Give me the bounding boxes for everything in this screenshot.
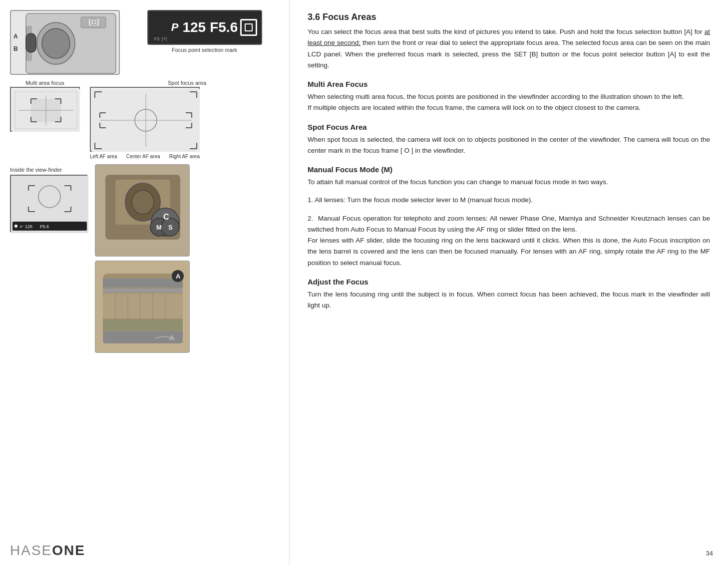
focus-point-label: Focus point selection mark	[172, 47, 237, 53]
spot-area-viewfinder	[90, 87, 200, 152]
svg-text:A: A	[13, 33, 18, 40]
svg-rect-57	[12, 222, 87, 231]
cms-photo-svg: C M S	[95, 165, 190, 257]
center-af-label: Center AF area	[126, 154, 160, 159]
multi-area-label: Multi area focus	[10, 80, 80, 86]
lcd-p-label: P	[171, 21, 179, 34]
lcd-focus-bracket-icon	[240, 19, 257, 36]
inside-vf-svg: P 125 F5.6	[11, 176, 88, 233]
multi-area-viewfinder	[10, 87, 80, 132]
brand-one: ONE	[52, 543, 85, 558]
left-af-label: Left AF area	[90, 154, 117, 159]
manual-item2: 2. Manual Focus operation for telephoto …	[308, 213, 710, 269]
right-af-label: Right AF area	[169, 154, 200, 159]
top-row: A B P 125 F5.6	[10, 10, 279, 75]
svg-text:M: M	[156, 224, 162, 231]
lcd-bracket-small-icon: [+]	[162, 36, 167, 41]
lcd-aperture-value: F5.6	[210, 19, 238, 35]
spot-vf-svg	[91, 88, 201, 153]
svg-text:F5.6: F5.6	[40, 224, 49, 229]
diagrams-row: Left AF area Center AF area Right AF are…	[10, 87, 279, 159]
multi-area-text: When selecting multi area focus, the foc…	[308, 91, 710, 114]
af-labels-row: Left AF area Center AF area Right AF are…	[90, 154, 200, 159]
main-heading: 3.6 Focus Areas	[308, 12, 710, 22]
svg-text:C: C	[163, 213, 169, 221]
right-panel: 3.6 Focus Areas You can select the focus…	[290, 0, 728, 566]
lcd-area: P 125 F5.6 FS [+] Focus point selection …	[130, 10, 279, 53]
brand-footer: HASEONE	[10, 543, 85, 559]
af-ring-photo: A	[95, 261, 190, 353]
spot-focus-heading: Spot Focus Area	[308, 123, 710, 131]
lcd-shutter-value: 125	[182, 19, 206, 35]
svg-text:S: S	[168, 224, 173, 231]
adjust-focus-heading: Adjust the Focus	[308, 278, 710, 286]
intro-paragraph: You can select the focus area that best …	[308, 26, 710, 71]
labels-row: Multi area focus Spot focus area	[10, 80, 279, 86]
camera-top-svg: A B	[11, 11, 121, 76]
manual-focus-heading: Manual Focus Mode (M)	[308, 165, 710, 174]
svg-point-65	[132, 190, 154, 214]
svg-text:P: P	[20, 225, 23, 229]
camera-top-view-illustration: A B	[10, 10, 120, 75]
lcd-bracket-inner	[245, 23, 253, 31]
spot-focus-label: Spot focus area	[95, 80, 279, 86]
multi-vf-section	[10, 87, 80, 132]
svg-rect-75	[103, 293, 183, 318]
svg-rect-81	[103, 319, 183, 330]
adjust-focus-text: Turn the lens focusing ring until the su…	[308, 289, 710, 311]
spot-focus-text: When spot focus is selected, the camera …	[308, 134, 710, 157]
svg-text:A: A	[176, 273, 181, 280]
lcd-small-icons: FS [+]	[154, 36, 167, 41]
svg-rect-73	[103, 279, 183, 287]
multi-vf-svg	[11, 88, 81, 133]
inside-vf-label: Inside the view-finder	[10, 167, 87, 173]
svg-text:B: B	[13, 45, 18, 52]
brand-logo: HASEONE	[10, 543, 85, 558]
page-number: 34	[706, 550, 713, 557]
svg-text:125: 125	[25, 224, 32, 229]
cms-selector-photo: C M S	[95, 164, 190, 257]
lower-section: Inside the view-finder	[10, 164, 279, 353]
left-panel: A B P 125 F5.6	[0, 0, 290, 566]
manual-focus-text: To attain full manual control of the foc…	[308, 177, 710, 188]
bottom-photos: C M S	[95, 164, 190, 353]
spot-vf-section: Left AF area Center AF area Right AF are…	[90, 87, 200, 159]
lcd-fs-icon: FS	[154, 36, 160, 41]
manual-item1: 1. All lenses: Turn the focus mode selec…	[308, 195, 710, 206]
brand-hase: HASE	[10, 543, 52, 558]
svg-point-58	[14, 225, 17, 228]
svg-rect-74	[103, 288, 183, 292]
underline-text: at least one second;	[308, 28, 710, 46]
svg-point-2	[42, 28, 70, 58]
multi-area-heading: Multi Area Focus	[308, 80, 710, 88]
lcd-display: P 125 F5.6 FS [+]	[147, 10, 262, 45]
af-ring-svg: A	[95, 261, 190, 353]
inside-viewfinder: P 125 F5.6	[10, 175, 87, 232]
inside-vf-section: Inside the view-finder	[10, 167, 87, 353]
